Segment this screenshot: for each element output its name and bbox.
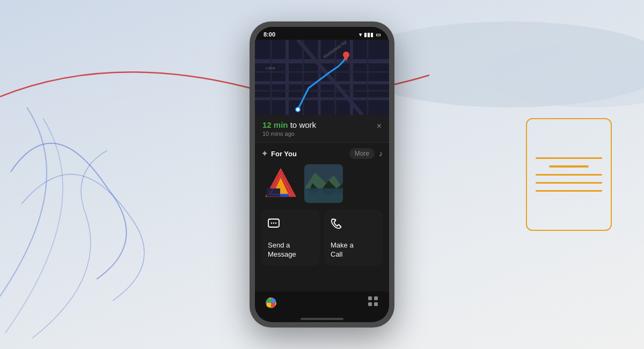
for-you-header: ✦ For You More ♪ xyxy=(261,148,383,159)
for-you-title: ✦ For You xyxy=(261,149,297,158)
svg-point-36 xyxy=(271,222,272,223)
action-grid: Send aMessage Make aCall xyxy=(261,209,383,266)
svg-rect-42 xyxy=(374,302,378,306)
album-grid xyxy=(261,164,383,203)
send-message-button[interactable]: Send aMessage xyxy=(261,209,320,266)
svg-rect-39 xyxy=(368,296,372,300)
bottom-bar xyxy=(255,292,389,318)
for-you-label: For You xyxy=(271,150,297,158)
svg-rect-40 xyxy=(374,296,378,300)
map-area: Middlefield Rd Loma xyxy=(255,40,389,115)
phone-icon xyxy=(331,218,342,232)
geometric-album-art xyxy=(261,164,300,203)
svg-point-19 xyxy=(296,108,299,111)
make-call-button[interactable]: Make aCall xyxy=(324,209,383,266)
nav-minutes: 12 min xyxy=(262,120,288,129)
svg-point-37 xyxy=(273,222,274,223)
battery-icon: ▭ xyxy=(376,32,380,38)
music-icon[interactable]: ♪ xyxy=(379,149,383,158)
notepad-line-3 xyxy=(536,174,602,176)
send-message-label: Send aMessage xyxy=(268,241,296,259)
nav-subtitle: 10 mins ago xyxy=(262,130,316,137)
nav-to-text: to work xyxy=(290,120,316,129)
make-call-label: Make aCall xyxy=(331,241,354,259)
map-svg: Middlefield Rd Loma xyxy=(255,40,389,115)
wifi-icon: ▾ xyxy=(359,32,362,38)
status-time: 8:00 xyxy=(264,31,275,38)
svg-point-38 xyxy=(275,222,276,223)
notepad-highlight xyxy=(549,165,589,168)
google-assistant-button[interactable] xyxy=(266,297,276,308)
mountain-album-art xyxy=(304,164,343,203)
for-you-section: ✦ For You More ♪ xyxy=(255,143,389,292)
grid-button[interactable] xyxy=(368,296,378,309)
svg-text:Loma: Loma xyxy=(266,66,275,70)
notepad-widget xyxy=(526,118,612,231)
phone-screen: 8:00 ▾ ▮▮▮ ▭ xyxy=(255,27,389,322)
svg-rect-41 xyxy=(368,302,372,306)
nav-time: 12 min to work xyxy=(262,120,316,129)
phone-frame: 8:00 ▾ ▮▮▮ ▭ xyxy=(250,21,394,328)
message-icon xyxy=(268,218,280,232)
navigation-card: 12 min to work 10 mins ago × xyxy=(255,115,389,143)
album-art-2[interactable] xyxy=(304,164,343,203)
notepad-line-1 xyxy=(536,157,602,159)
nav-info: 12 min to work 10 mins ago xyxy=(262,120,316,137)
notepad-line-5 xyxy=(536,190,602,192)
status-icons: ▾ ▮▮▮ ▭ xyxy=(359,32,380,38)
status-bar: 8:00 ▾ ▮▮▮ ▭ xyxy=(255,27,389,40)
close-nav-button[interactable]: × xyxy=(377,121,382,131)
notepad-line-4 xyxy=(536,182,602,184)
sparkle-icon: ✦ xyxy=(261,149,268,158)
signal-icon: ▮▮▮ xyxy=(364,32,374,38)
home-indicator xyxy=(301,318,343,320)
for-you-actions: More ♪ xyxy=(349,148,383,159)
more-button[interactable]: More xyxy=(349,148,375,159)
svg-rect-27 xyxy=(267,188,280,197)
album-art-1[interactable] xyxy=(261,164,300,203)
